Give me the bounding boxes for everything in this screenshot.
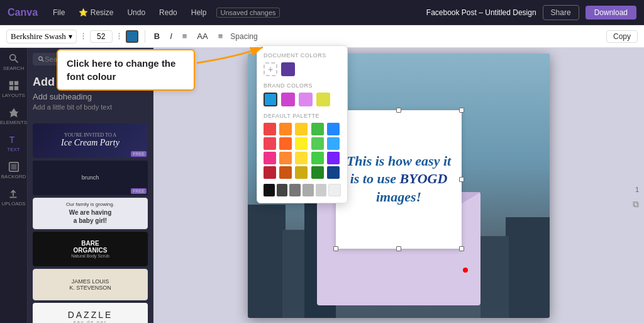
bold-button[interactable]: B [152,30,162,42]
gray-swatch-5[interactable] [316,184,327,196]
gray-swatch-3[interactable] [289,184,301,196]
palette-swatch[interactable] [264,166,276,179]
page-number: 1 [635,186,639,193]
gray-swatch-1[interactable] [264,184,275,196]
free-badge: FREE [131,151,147,157]
building-4 [506,217,550,318]
add-color-button[interactable]: + [264,62,277,76]
share-button[interactable]: Share [543,5,579,20]
handle-tm[interactable] [396,108,401,113]
template-item[interactable]: JAMES LOUIS K. STEVENSON FREE [33,269,148,300]
svg-rect-9 [11,164,16,170]
handle-br[interactable] [459,246,464,251]
template-item[interactable]: Our family is growing. We are havinga ba… [33,198,148,229]
palette-swatch[interactable] [311,152,324,164]
add-body-option[interactable]: Add a little bit of body text [33,103,148,111]
download-button[interactable]: Download [586,6,636,20]
palette-swatch[interactable] [264,152,276,164]
brand-colors-label: BRAND COLORS [264,82,341,89]
handle-bm[interactable] [396,246,401,251]
nav-undo[interactable]: Undo [123,7,149,18]
svg-rect-2 [9,81,13,85]
palette-swatch[interactable] [279,166,292,179]
add-subheading-option[interactable]: Add subheading [33,92,148,101]
palette-swatch[interactable] [327,137,340,150]
color-picker-dropdown: DOCUMENT COLORS + BRAND COLORS DEFAULT P… [257,45,348,203]
sidebar-item-search[interactable]: SEARCH [3,53,24,71]
palette-swatch[interactable] [311,123,324,135]
nav-file[interactable]: File [49,7,69,18]
copy-button[interactable]: Copy [606,30,638,43]
tooltip-box: Click here to change the font colour [57,49,195,91]
palette-swatch[interactable] [327,123,340,135]
doc-color-swatch-1[interactable] [281,62,295,76]
template-item[interactable]: BAREORGANICS Natural Body Scrub FREE [33,232,148,266]
handle-mr[interactable] [459,177,464,182]
sidebar-item-text[interactable]: T TEXT [7,134,19,152]
palette-swatch[interactable] [295,123,308,135]
brand-color-4[interactable] [316,93,330,106]
palette-swatch[interactable] [264,137,276,150]
sidebar-item-elements[interactable]: ELEMENTS [0,107,27,125]
list-button[interactable]: ≡ [216,30,226,42]
separator-icon: ⁝ [82,30,85,42]
svg-rect-4 [9,86,13,90]
chevron-down-icon: ▾ [69,32,72,41]
nav-help[interactable]: Help [187,7,211,18]
palette-swatch[interactable] [311,166,324,179]
nav-resize[interactable]: ⭐ Resize [75,7,117,18]
sidebar-item-layouts[interactable]: LAYOUTS [2,80,25,98]
doc-colors-label: DOCUMENT COLORS [264,52,341,59]
palette-swatch[interactable] [327,166,340,179]
spacing-button[interactable]: Spacing [230,32,257,41]
svg-line-1 [14,60,18,63]
font-family-selector[interactable]: Berkshire Swash ▾ [6,30,77,43]
align-button[interactable]: ≡ [180,30,190,42]
svg-rect-3 [14,81,18,85]
letter-card[interactable]: This is how easy it is to use BYOGD imag… [336,110,462,249]
palette-swatch[interactable] [279,123,292,135]
svg-rect-5 [14,86,18,90]
caps-button[interactable]: AA [194,30,210,42]
template-item[interactable]: YOU'RE INVITED TO A Ice Cream Party FREE [33,123,148,158]
nav-redo[interactable]: Redo [155,7,181,18]
palette-swatch[interactable] [311,137,324,150]
top-nav: Canva File ⭐ Resize Undo Redo Help Unsav… [0,0,644,25]
template-row: brunch FREE [33,161,148,195]
separator2-icon: ⁝ [118,30,121,42]
gray-swatch-6[interactable] [328,184,341,196]
palette-swatch[interactable] [264,123,276,135]
gray-swatch-4[interactable] [303,184,314,196]
unsaved-label: Unsaved changes [216,8,279,18]
brand-colors-row [264,93,341,106]
font-color-swatch[interactable] [126,30,138,43]
toolbar-divider [145,30,145,43]
text-toolbar: Berkshire Swash ▾ ⁝ ⁝ B I ≡ AA ≡ Spacing… [0,25,644,48]
palette-swatch[interactable] [295,166,308,179]
handle-tr[interactable] [459,108,464,113]
font-name-label: Berkshire Swash [11,31,66,42]
palette-swatch[interactable] [295,152,308,164]
handle-bl[interactable] [333,246,338,251]
duplicate-icon[interactable]: ⧉ [633,199,639,210]
building-1 [248,205,286,318]
palette-swatch[interactable] [295,137,308,150]
default-palette-grid [264,123,341,179]
font-size-input[interactable] [90,30,113,43]
canvas-area[interactable]: This is how easy it is to use BYOGD imag… [153,48,644,323]
letter-text-content: This is how easy it is to use BYOGD imag… [342,152,455,207]
palette-swatch[interactable] [327,152,340,164]
brand-color-1[interactable] [264,93,277,106]
free-badge: FREE [131,188,147,194]
building-5 [480,236,509,318]
brand-color-2[interactable] [281,93,295,106]
palette-swatch[interactable] [279,152,292,164]
palette-swatch[interactable] [279,137,292,150]
sidebar-item-uploads[interactable]: UPLOADS [1,188,25,207]
template-item[interactable]: DAZZLE eau de par FREE [33,303,148,323]
brand-color-3[interactable] [299,93,313,106]
sidebar-item-background[interactable]: BACKGRD [1,161,26,179]
template-item[interactable]: brunch FREE [33,161,148,195]
gray-swatch-2[interactable] [277,184,288,196]
italic-button[interactable]: I [167,30,175,42]
